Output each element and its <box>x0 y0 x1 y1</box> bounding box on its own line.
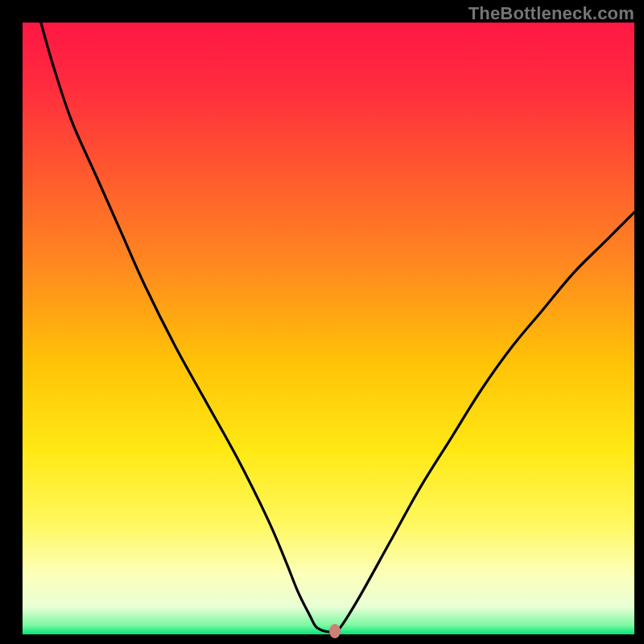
gradient-background <box>23 23 634 634</box>
optimal-point-marker <box>329 624 341 638</box>
chart-container: TheBottleneck.com <box>0 0 644 644</box>
watermark-text: TheBottleneck.com <box>469 3 634 24</box>
bottleneck-chart <box>0 0 644 644</box>
